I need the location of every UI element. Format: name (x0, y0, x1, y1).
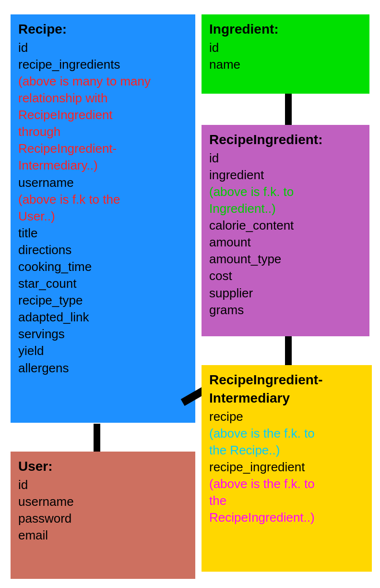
recipe-card: Recipe: id recipe_ingredients (above is … (11, 14, 195, 423)
recipe-field-title: title (18, 226, 37, 240)
recipe-ingredient-card: RecipeIngredient: id ingredient (above i… (202, 125, 369, 336)
ri-field-amount: amount (209, 235, 251, 249)
ri-field-id: id (209, 151, 219, 165)
recipe-field-username: username (18, 175, 74, 190)
recipe-card-title: Recipe: (18, 20, 188, 38)
recipe-field-adapted-link: adapted_link (18, 310, 89, 324)
ri-field-ingredient: ingredient (209, 168, 264, 182)
ingredient-card: Ingredient: id name (202, 14, 369, 94)
ri-field-cost: cost (209, 269, 232, 283)
recipe-field-directions: directions (18, 243, 71, 257)
recipe-field-cooking-time: cooking_time (18, 259, 92, 274)
recipe-field-id: id (18, 40, 28, 55)
intermediary-card-title: RecipeIngredient-Intermediary (209, 371, 364, 407)
recipe-field-yield: yield (18, 343, 44, 358)
ingredient-field-name: name (209, 57, 240, 72)
recipe-field-allergens: allergens (18, 361, 69, 375)
recipe-to-user-connector (94, 424, 100, 453)
recipe-field-star-count: star_count (18, 276, 76, 291)
recipe-field-recipe-type: recipe_type (18, 293, 83, 307)
intermediary-fk-ri-note: (above is the f.k. totheRecipeIngredient… (209, 477, 315, 525)
intermediary-fk-recipe-note: (above is the f.k. tothe Recipe..) (209, 426, 315, 457)
ingredient-field-id: id (209, 40, 219, 55)
user-card: User: id username password email (11, 452, 195, 579)
ri-field-amount-type: amount_type (209, 252, 281, 266)
recipe-fk-user-note: (above is f.k to theUser..) (18, 192, 120, 223)
recipe-field-servings: servings (18, 327, 65, 341)
intermediary-card: RecipeIngredient-Intermediary recipe (ab… (202, 365, 372, 572)
recipe-field-recipe-ingredients: recipe_ingredients (18, 57, 120, 72)
user-field-email: email (18, 528, 48, 542)
recipe-many-to-many-note: (above is many to manyrelationship withR… (18, 74, 151, 172)
intermediary-field-recipe: recipe (209, 409, 243, 424)
user-field-password: password (18, 511, 71, 526)
ri-fk-ingredient-note: (above is f.k. toIngredient..) (209, 184, 294, 216)
user-card-title: User: (18, 457, 188, 476)
ri-field-grams: grams (209, 303, 244, 317)
ri-field-calorie-content: calorie_content (209, 218, 294, 233)
ingredient-card-title: Ingredient: (209, 20, 362, 38)
user-field-username: username (18, 494, 74, 509)
ingredient-to-ri-connector (285, 94, 292, 125)
user-field-id: id (18, 478, 28, 492)
ri-card-title: RecipeIngredient: (209, 131, 362, 149)
intermediary-field-recipe-ingredient: recipe_ingredient (209, 460, 305, 474)
ri-to-intermediary-connector (285, 336, 292, 365)
ri-field-supplier: supplier (209, 286, 253, 300)
